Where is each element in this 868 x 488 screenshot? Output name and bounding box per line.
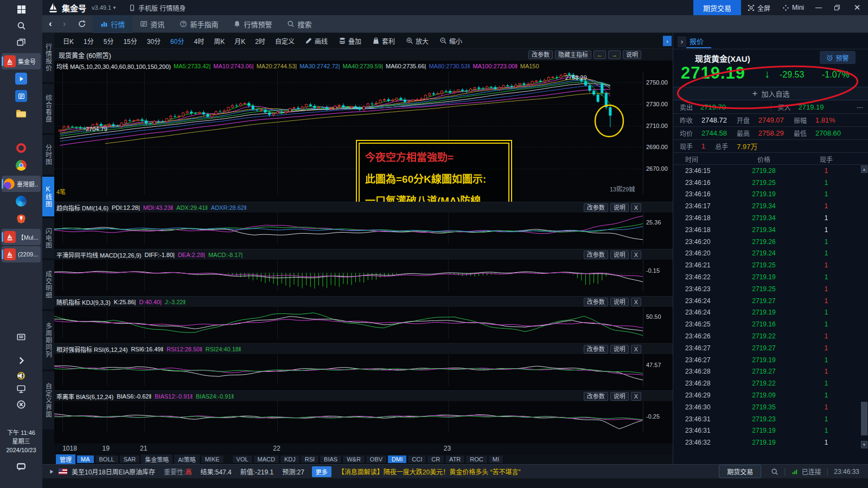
taskbar-chat-button[interactable] [0,460,42,474]
period-月K[interactable]: 月K [230,35,250,47]
tick-row[interactable]: 23:46:232719.251 [673,283,868,295]
indicator-tab-ROC[interactable]: ROC [465,455,487,464]
more-button[interactable]: 更多 [312,466,331,477]
taskbar-clock[interactable]: 下午 11:46 星期三 2024/10/23 [0,428,42,454]
tick-row[interactable]: 23:46:182719.341 [673,212,868,224]
indicator-tab-CR[interactable]: CR [427,455,444,464]
futures-trade-button[interactable]: 期货交易 [693,0,741,15]
mini-mode-button[interactable]: Mini [777,0,809,15]
tick-row[interactable]: 23:46:312719.191 [673,425,868,437]
chart-header-button-→[interactable]: → [608,50,621,59]
statusbar-trade-button[interactable]: 期货交易 [719,465,761,478]
panel-button-改参数-bias[interactable]: 改参数 [584,392,608,401]
indicator-tab-BOLL[interactable]: BOLL [95,455,119,464]
indicator-tab-MA[interactable]: MA [76,455,94,464]
side-tab-闪电图[interactable]: 闪电图 [42,219,54,258]
taskbar-app-video[interactable] [0,72,42,86]
indicator-tab-AI策略[interactable]: AI策略 [174,454,200,465]
maximize-button[interactable] [828,0,846,15]
panel-collapse-button[interactable]: › [678,36,686,47]
taskbar-app-monitor[interactable] [0,382,42,396]
panel-button-说明-bias[interactable]: 说明 [610,392,629,401]
fullscreen-button[interactable]: 全屏 [741,0,777,15]
side-tab-成交明细[interactable]: 成交明细 [42,260,54,309]
chart-header-button-说明[interactable]: 说明 [623,50,641,59]
tick-row[interactable]: 23:46:202719.261 [673,236,868,248]
chart-header-button-改参数[interactable]: 改参数 [528,50,553,59]
nav-tab-搜索[interactable]: 搜索 [279,15,319,33]
side-tab-综合看盘[interactable]: 综合看盘 [42,84,54,133]
period-2时[interactable]: 2时 [251,35,270,47]
taskbar-app-集金号[interactable]: 集金号 [2,53,41,69]
panel-button-改参数-kdj[interactable]: 改参数 [584,298,608,306]
indicator-tab-MIKE[interactable]: MIKE [201,455,224,464]
taskbar-app-taskview[interactable] [0,36,42,50]
panel-button-说明-rsi[interactable]: 说明 [610,345,629,354]
nav-back-button[interactable]: ‹ [42,18,58,29]
quote-tab[interactable]: 报价 [690,36,704,46]
side-tab-分时图[interactable]: 分时图 [42,135,54,175]
tick-row[interactable]: 23:46:282719.221 [673,377,868,389]
statusbar-search-icon[interactable] [771,468,778,476]
tick-row[interactable]: 23:46:242719.271 [673,295,868,307]
kdj-chart[interactable] [54,307,643,338]
period-日K[interactable]: 日K [59,35,78,47]
panel-button-X-kdj[interactable]: X [631,298,641,306]
period-周K[interactable]: 周K [209,35,229,47]
scroll-up-button[interactable]: ▲ [861,165,867,173]
play-icon[interactable] [49,469,54,474]
dmi-chart[interactable] [54,213,643,244]
tool-套利[interactable]: 套利 [367,35,400,47]
tick-row[interactable]: 23:46:152719.281 [673,165,868,177]
tick-row[interactable]: 23:46:302719.351 [673,401,868,413]
scroll-down-button[interactable]: ▼ [861,441,867,448]
taskbar-app-chrome[interactable] [0,158,42,172]
indicator-tab-RSI[interactable]: RSI [301,455,319,464]
period-60分[interactable]: 60分 [166,35,188,47]
version-dropdown-icon[interactable]: ▼ [112,5,117,10]
taskbar-app-臺灣銀[interactable]: 臺灣銀... [2,176,41,192]
panel-button-说明-kdj[interactable]: 说明 [610,298,629,306]
rsi-chart[interactable] [54,354,643,386]
side-tab-自定义界面[interactable]: 自定义界面 [42,371,54,429]
taskbar-app-chevr[interactable] [0,354,42,368]
side-tab-多周期同列[interactable]: 多周期同列 [42,311,54,369]
taskbar-app-Mul[interactable]: 【Mul... [2,229,41,245]
period-自定义[interactable]: 自定义 [271,35,299,47]
panel-button-X-macd[interactable]: X [631,251,641,259]
indicator-tab-MACD[interactable]: MACD [253,455,279,464]
panel-button-X-rsi[interactable]: X [631,345,641,354]
tick-row[interactable]: 23:46:272719.271 [673,342,868,354]
tick-row[interactable]: 23:46:172719.341 [673,200,868,212]
period-4时[interactable]: 4时 [189,35,208,47]
panel-button-说明-dmi[interactable]: 说明 [610,203,629,212]
taskbar-app-2209[interactable]: (2209... [2,246,41,262]
panel-button-X-dmi[interactable]: X [631,203,641,212]
tick-row[interactable]: 23:46:272719.191 [673,354,868,366]
tick-table[interactable]: 23:46:152719.28123:46:162719.25123:46:16… [673,165,868,449]
tick-row[interactable]: 23:46:162719.251 [673,177,868,189]
tick-row[interactable]: 23:46:222719.191 [673,271,868,283]
taskbar-app-paint[interactable] [0,124,42,138]
panel-button-改参数-macd[interactable]: 改参数 [584,251,608,259]
taskbar-search-button[interactable] [0,18,42,33]
indicator-tab-OBV[interactable]: OBV [366,455,387,464]
taskbar-app-opera[interactable] [0,141,42,155]
tick-row[interactable]: 23:46:202719.241 [673,248,868,260]
period-30分[interactable]: 30分 [143,35,165,47]
nav-forward-button[interactable]: › [58,18,72,29]
taskbar-app-reader[interactable] [0,330,42,344]
toolbar-more-button[interactable]: › [663,36,672,46]
tick-row[interactable]: 23:46:162719.191 [673,189,868,201]
indicator-tab-SAR[interactable]: SAR [119,455,141,464]
tick-row[interactable]: 23:46:282719.271 [673,366,868,378]
chart-header-button-隐藏主指标[interactable]: 隐藏主指标 [555,50,591,59]
tick-row[interactable]: 23:46:292719.091 [673,389,868,401]
nav-tab-行情预警[interactable]: 行情预警 [226,15,279,33]
panel-button-改参数-dmi[interactable]: 改参数 [584,203,608,212]
refresh-icon[interactable] [78,20,86,28]
tool-画线[interactable]: 画线 [300,35,333,47]
tick-row[interactable]: 23:46:182719.341 [673,224,868,236]
tick-row[interactable]: 23:46:322719.191 [673,436,868,448]
indicator-tab-ATR[interactable]: ATR [445,455,465,464]
